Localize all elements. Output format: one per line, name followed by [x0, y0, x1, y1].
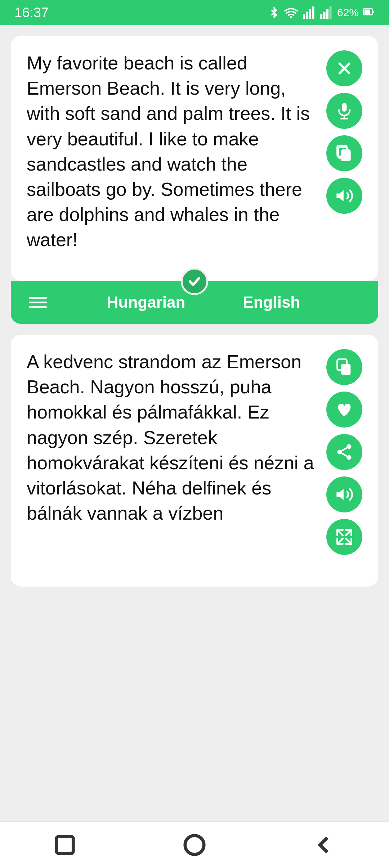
svg-point-1	[290, 16, 292, 18]
source-text: My favorite beach is called Emerson Beac…	[27, 50, 326, 253]
menu-line-2	[29, 302, 47, 303]
favorite-button[interactable]	[326, 392, 362, 428]
svg-line-27	[342, 448, 347, 451]
svg-point-24	[337, 450, 342, 455]
language-selector: Hungarian English	[47, 293, 360, 311]
svg-rect-9	[329, 6, 331, 19]
svg-rect-20	[341, 149, 350, 160]
svg-rect-4	[309, 9, 311, 19]
translation-text: A kedvenc strandom az Emerson Beach. Nag…	[27, 349, 326, 526]
speaker-icon	[335, 186, 354, 205]
speaker2-icon	[335, 485, 354, 504]
svg-point-25	[347, 455, 352, 460]
svg-rect-8	[326, 9, 328, 19]
battery-icon	[363, 7, 375, 18]
check-badge	[181, 268, 208, 295]
svg-rect-13	[342, 103, 347, 112]
square-icon	[52, 832, 77, 858]
heart-icon	[335, 400, 354, 419]
status-icons: 62%	[269, 6, 375, 19]
svg-rect-28	[57, 836, 73, 853]
svg-rect-7	[323, 12, 325, 19]
signal-icon	[303, 6, 316, 19]
recents-button[interactable]	[52, 832, 77, 858]
share-icon	[335, 443, 354, 461]
translation-card: A kedvenc strandom az Emerson Beach. Nag…	[11, 335, 378, 587]
menu-button[interactable]	[29, 297, 47, 308]
check-icon	[187, 273, 202, 289]
copy-icon	[335, 144, 354, 163]
svg-rect-6	[320, 14, 322, 19]
svg-point-23	[347, 444, 352, 449]
svg-rect-3	[306, 12, 308, 19]
status-bar: 16:37 62%	[0, 0, 389, 25]
nav-bar	[0, 821, 389, 868]
back-triangle-icon	[312, 832, 337, 858]
back-button[interactable]	[312, 832, 337, 858]
share-button[interactable]	[326, 434, 362, 470]
home-button[interactable]	[182, 832, 207, 858]
speak-button[interactable]	[326, 178, 362, 214]
menu-line-3	[29, 306, 47, 308]
svg-rect-2	[303, 14, 305, 19]
signal2-icon	[320, 6, 333, 19]
status-time: 16:37	[14, 5, 49, 21]
translation-copy-button[interactable]	[326, 349, 362, 385]
source-language-button[interactable]: Hungarian	[107, 293, 185, 311]
svg-line-26	[342, 453, 347, 456]
home-circle-icon	[182, 832, 207, 858]
expand-icon	[335, 528, 354, 546]
wifi-icon	[284, 6, 298, 19]
microphone-button[interactable]	[326, 93, 362, 129]
copy2-icon	[335, 358, 354, 376]
copy-button[interactable]	[326, 135, 362, 171]
main-content: My favorite beach is called Emerson Beac…	[0, 25, 389, 821]
microphone-icon	[335, 101, 354, 120]
svg-rect-12	[372, 11, 374, 13]
svg-point-29	[185, 835, 204, 854]
translation-speak-button[interactable]	[326, 476, 362, 512]
source-actions	[326, 50, 362, 214]
source-card: My favorite beach is called Emerson Beac…	[11, 36, 378, 281]
svg-rect-5	[312, 6, 314, 19]
toolbar: Hungarian English	[11, 281, 378, 324]
battery-percentage: 62%	[337, 6, 359, 19]
menu-line-1	[29, 297, 47, 299]
close-icon	[335, 59, 354, 78]
target-language-button[interactable]: English	[243, 293, 300, 311]
translation-actions	[326, 349, 362, 555]
bluetooth-icon	[269, 6, 280, 19]
close-button[interactable]	[326, 50, 362, 86]
expand-button[interactable]	[326, 519, 362, 555]
